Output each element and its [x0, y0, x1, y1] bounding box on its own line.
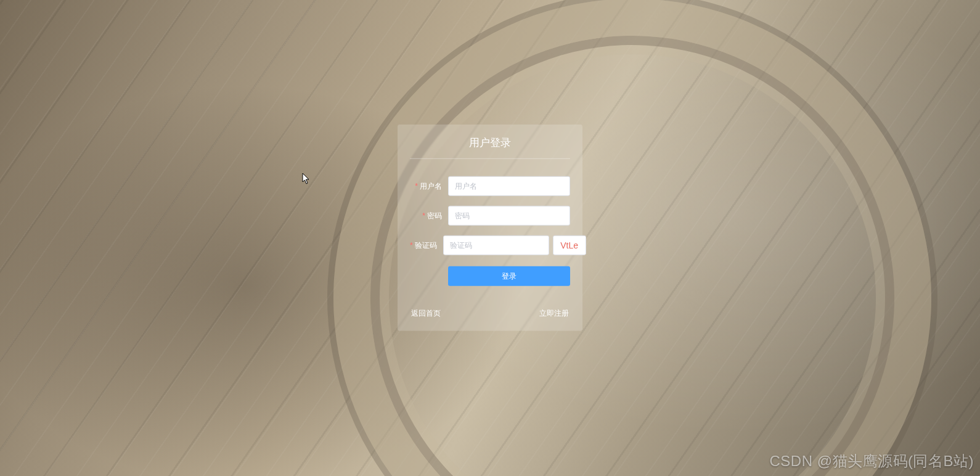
back-home-link[interactable]: 返回首页 [411, 308, 441, 319]
password-label: 密码 [410, 210, 448, 221]
captcha-input[interactable] [443, 236, 549, 255]
footer-links: 返回首页 立即注册 [410, 308, 570, 319]
username-row: 用户名 [410, 176, 570, 196]
password-input[interactable] [448, 206, 570, 226]
login-button[interactable]: 登录 [448, 266, 570, 286]
register-link[interactable]: 立即注册 [539, 308, 569, 319]
captcha-label: 验证码 [410, 240, 443, 250]
login-panel: 用户登录 用户名 密码 验证码 VtLe 登录 返回首页 立即注册 [398, 125, 582, 331]
password-row: 密码 [410, 206, 570, 226]
captcha-row: 验证码 VtLe [410, 236, 570, 255]
username-input[interactable] [448, 176, 570, 196]
username-label: 用户名 [410, 181, 448, 191]
panel-title: 用户登录 [410, 136, 570, 159]
captcha-image[interactable]: VtLe [553, 236, 586, 255]
